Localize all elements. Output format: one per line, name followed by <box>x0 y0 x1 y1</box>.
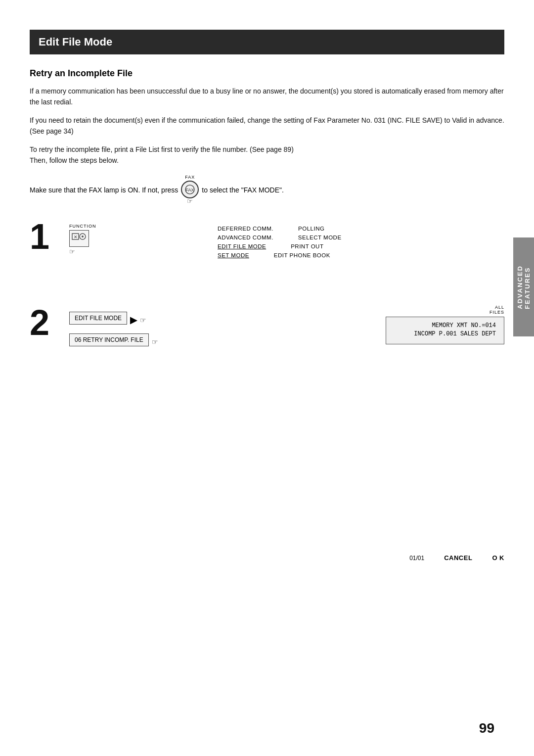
svg-text:✕: ✕ <box>74 235 78 239</box>
page-title: Edit File Mode <box>30 30 504 54</box>
svg-text:FAX: FAX <box>186 188 194 192</box>
side-tab-label: ADVANCEDFEATURES <box>516 265 531 309</box>
hand-cursor-fax: ☞ <box>187 197 193 205</box>
section-heading: Retry an Incomplete File <box>30 68 504 79</box>
lcd-arrow-icon: ▶ <box>130 315 137 326</box>
lcd-retry-incomp: 06 RETRY INCOMP. FILE <box>69 333 149 346</box>
lcd-retry-text: 06 RETRY INCOMP. FILE <box>75 336 143 343</box>
menu-item-set-mode: SET MODE <box>218 252 249 258</box>
menu-item-edit-file: EDIT FILE MODE <box>218 243 266 249</box>
function-icon: ✕ <box>69 230 89 247</box>
function-label: FUNCTION <box>69 224 96 229</box>
bottom-controls: 01/01 CANCEL O K <box>409 554 504 562</box>
menu-row-4: SET MODE EDIT PHONE BOOK <box>218 252 342 258</box>
all-files-label: ALLFILES <box>386 305 504 315</box>
step1-number: 1 <box>30 217 49 256</box>
lcd-right-display: ALLFILES MEMORY XMT NO.=014 INCOMP P.001… <box>386 305 504 344</box>
fax-button-icon: FAX FAX ☞ <box>181 175 199 205</box>
step1-number-col: 1 <box>30 219 69 254</box>
paragraph-1: If a memory communication has been unsuc… <box>30 86 504 108</box>
menu-item-edit-phone: EDIT PHONE BOOK <box>274 252 330 258</box>
fax-circle: FAX <box>181 181 199 198</box>
step2-number-col: 2 <box>30 305 69 340</box>
menu-item-polling: POLLING <box>298 226 324 232</box>
lcd-edit-file-mode: EDIT FILE MODE <box>69 312 127 325</box>
function-icon-svg: ✕ <box>72 233 87 244</box>
lcd-hand-1: ☞ <box>140 316 146 324</box>
step2-content: EDIT FILE MODE ▶ ☞ 06 RETRY INCOMP. FILE… <box>69 312 386 350</box>
menu-row-3: EDIT FILE MODE PRINT OUT <box>218 243 342 249</box>
fax-instruction-suffix: to select the "FAX MODE". <box>202 186 284 194</box>
fax-circle-icon: FAX <box>185 185 195 194</box>
paragraph-3: To retry the incomplete file, print a Fi… <box>30 144 504 166</box>
lcd-edit-file-text: EDIT FILE MODE <box>75 315 122 322</box>
lcd-line2: INCOMP P.001 SALES DEPT <box>394 331 496 337</box>
step1-hand: ☞ <box>69 248 75 255</box>
page: ADVANCEDFEATURES Edit File Mode Retry an… <box>0 0 534 756</box>
lcd-hand-2: ☞ <box>152 338 158 346</box>
side-tab: ADVANCEDFEATURES <box>513 237 534 336</box>
menu-item-print-out: PRINT OUT <box>291 243 323 249</box>
menu-row-1: DEFERRED COMM. POLLING <box>218 226 342 232</box>
step2-row: 2 EDIT FILE MODE ▶ ☞ 06 RETRY INCOMP. FI… <box>30 305 504 350</box>
main-content: Edit File Mode Retry an Incomplete File … <box>30 30 504 726</box>
fax-instruction-line: Make sure that the FAX lamp is ON. If no… <box>30 175 504 205</box>
menu-row-2: ADVANCED COMM. SELECT MODE <box>218 235 342 240</box>
lcd-line1: MEMORY XMT NO.=014 <box>394 322 496 329</box>
menu-item-deferred: DEFERRED COMM. <box>218 226 273 232</box>
cancel-button[interactable]: CANCEL <box>444 554 472 562</box>
menu-item-select-mode: SELECT MODE <box>298 235 342 240</box>
menu-display: DEFERRED COMM. POLLING ADVANCED COMM. SE… <box>218 226 342 261</box>
page-number: 99 <box>479 720 494 736</box>
ok-button[interactable]: O K <box>492 554 504 562</box>
page-indicator: 01/01 <box>409 555 424 562</box>
menu-item-advanced: ADVANCED COMM. <box>218 235 273 240</box>
fax-instruction-text: Make sure that the FAX lamp is ON. If no… <box>30 186 178 194</box>
fax-label: FAX <box>185 175 195 180</box>
step2-number: 2 <box>30 303 49 342</box>
paragraph-2: If you need to retain the document(s) ev… <box>30 115 504 137</box>
lcd-screen: MEMORY XMT NO.=014 INCOMP P.001 SALES DE… <box>386 317 504 344</box>
svg-point-5 <box>82 236 84 237</box>
